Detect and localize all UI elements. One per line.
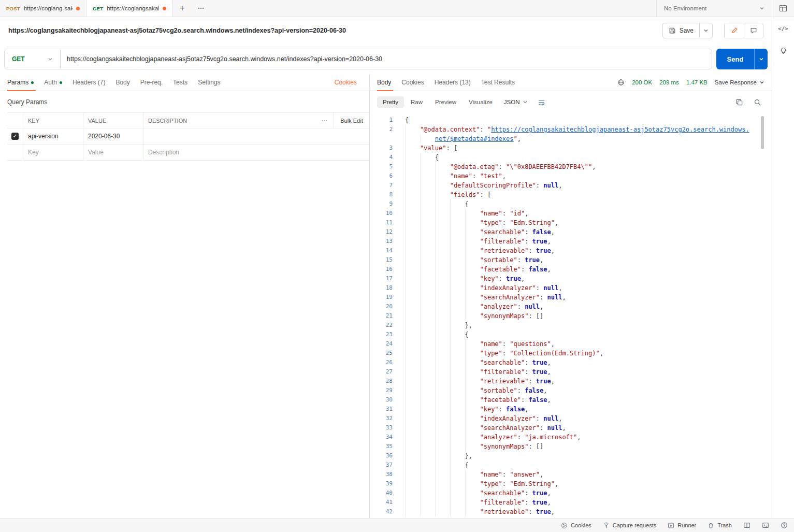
url-input[interactable] xyxy=(61,49,712,69)
tab-title: https://coglang-sakai xyxy=(24,5,73,11)
tab-pre-request[interactable]: Pre-req. xyxy=(135,74,168,91)
wrap-lines-icon[interactable] xyxy=(538,98,545,106)
indent-guide xyxy=(420,321,435,330)
network-globe-icon[interactable] xyxy=(617,79,625,86)
param-value-cell[interactable]: 2020-06-30 xyxy=(83,128,143,144)
line-number: 1 xyxy=(370,116,393,125)
code-line: 34"analyzer": "ja.microsoft", xyxy=(370,433,772,442)
view-tab-pretty[interactable]: Pretty xyxy=(377,96,404,108)
code-line: 5"@odata.etag": "\"0x8DAEEFBB42D7FB4\"", xyxy=(370,162,772,171)
tab-response-body[interactable]: Body xyxy=(377,74,396,91)
edit-button[interactable] xyxy=(725,23,744,38)
environment-quick-look-icon[interactable] xyxy=(772,0,794,17)
bulk-edit-button[interactable]: Bulk Edit xyxy=(334,113,369,128)
indent-guide xyxy=(450,265,465,274)
format-selector[interactable]: JSON xyxy=(499,96,533,108)
code-line: 10"name": "id", xyxy=(370,209,772,218)
code-line: 18"indexAnalyzer": null, xyxy=(370,283,772,293)
code-line: 21"synonymMaps": [] xyxy=(370,311,772,321)
runner-button[interactable]: Runner xyxy=(668,522,696,529)
indent-guide xyxy=(465,386,480,395)
send-button[interactable]: Send xyxy=(716,49,754,69)
table-more-options-icon[interactable]: ⋯ xyxy=(316,113,334,128)
code-token: "retrievable" xyxy=(480,247,528,254)
tab-body[interactable]: Body xyxy=(110,74,135,91)
indent-guide xyxy=(465,293,480,302)
code-snippet-icon[interactable]: </> xyxy=(778,25,788,32)
new-tab-button[interactable]: + xyxy=(173,0,192,17)
response-view-bar: Pretty Raw Preview Visualize JSON xyxy=(370,91,772,113)
request-tab-get[interactable]: GET https://coglangsakaite xyxy=(86,0,173,17)
view-tab-raw[interactable]: Raw xyxy=(405,96,428,108)
response-url-link[interactable]: https://coglangsakaitechblogjapaneast-as… xyxy=(491,126,749,133)
copy-icon[interactable] xyxy=(735,98,743,106)
param-description-cell[interactable] xyxy=(143,128,369,144)
code-token: "type" xyxy=(480,219,502,226)
indent-guide xyxy=(420,311,435,321)
tab-settings[interactable]: Settings xyxy=(193,74,225,91)
view-tab-visualize[interactable]: Visualize xyxy=(463,96,498,108)
lightbulb-icon[interactable] xyxy=(779,47,787,54)
help-icon[interactable] xyxy=(781,522,788,529)
split-pane-icon[interactable] xyxy=(743,522,750,529)
tab-options-icon[interactable] xyxy=(192,0,210,17)
indent-guide xyxy=(420,349,435,358)
response-scrollbar[interactable] xyxy=(761,116,764,149)
param-key-placeholder[interactable]: Key xyxy=(23,145,83,160)
console-icon[interactable] xyxy=(762,522,769,529)
param-checkbox[interactable]: ✓ xyxy=(11,133,19,140)
tab-response-headers[interactable]: Headers (13) xyxy=(429,74,476,91)
indent-guide xyxy=(435,507,450,516)
indent-guide xyxy=(435,321,450,330)
param-description-placeholder[interactable]: Description xyxy=(143,145,369,160)
param-value-placeholder[interactable]: Value xyxy=(83,145,143,160)
save-button-group: Save xyxy=(662,23,713,38)
cookies-link[interactable]: Cookies xyxy=(335,79,362,86)
code-token: "searchAnalyzer" xyxy=(480,424,540,432)
save-button[interactable]: Save xyxy=(663,23,699,38)
indent-guide xyxy=(435,423,450,433)
indent-guide xyxy=(465,498,480,507)
code-token: : xyxy=(472,172,480,180)
tab-auth[interactable]: Auth xyxy=(39,74,67,91)
indent-guide xyxy=(435,265,450,274)
chevron-down-icon xyxy=(759,80,764,85)
search-icon[interactable] xyxy=(754,98,761,106)
code-line: 1{ xyxy=(370,116,772,125)
method-selector[interactable]: GET xyxy=(5,49,61,69)
tab-test-results[interactable]: Test Results xyxy=(476,74,520,91)
format-value: JSON xyxy=(504,99,520,105)
indent-guide xyxy=(465,349,480,358)
response-url-link[interactable]: net/$metadata#indexes xyxy=(435,135,514,142)
code-token: : xyxy=(502,471,510,478)
indent-guide xyxy=(450,479,465,488)
indent-guide xyxy=(420,488,435,498)
request-tab-post[interactable]: POST https://coglang-sakai xyxy=(0,0,86,17)
code-token: "searchable" xyxy=(480,359,525,366)
code-token: : [ xyxy=(480,191,491,198)
status-bar: Cookies Capture requests Runner Trash xyxy=(0,518,794,532)
send-options-chevron[interactable] xyxy=(754,49,768,69)
trash-button[interactable]: Trash xyxy=(708,522,732,529)
tab-tests[interactable]: Tests xyxy=(168,74,193,91)
indent-guide xyxy=(405,395,420,405)
indent-guide xyxy=(420,339,435,349)
view-tab-preview[interactable]: Preview xyxy=(429,96,462,108)
save-options-chevron[interactable] xyxy=(699,23,712,38)
indent-guide xyxy=(465,339,480,349)
code-token: : xyxy=(540,424,547,432)
code-line: 37{ xyxy=(370,461,772,470)
save-response-button[interactable]: Save Response xyxy=(715,79,764,85)
capture-requests-button[interactable]: Capture requests xyxy=(603,522,656,529)
indent-guide xyxy=(450,302,465,311)
tab-response-cookies[interactable]: Cookies xyxy=(396,74,429,91)
tab-params[interactable]: Params xyxy=(7,74,39,91)
column-header-description: DESCRIPTION xyxy=(143,113,316,128)
code-token: "indexAnalyzer" xyxy=(480,284,536,292)
comments-button[interactable] xyxy=(744,23,763,38)
code-token: "type" xyxy=(480,480,502,487)
environment-selector[interactable]: No Environment xyxy=(657,0,772,17)
tab-headers[interactable]: Headers (7) xyxy=(67,74,110,91)
cookies-footer-button[interactable]: Cookies xyxy=(561,522,591,529)
param-key-cell[interactable]: api-version xyxy=(23,128,83,144)
